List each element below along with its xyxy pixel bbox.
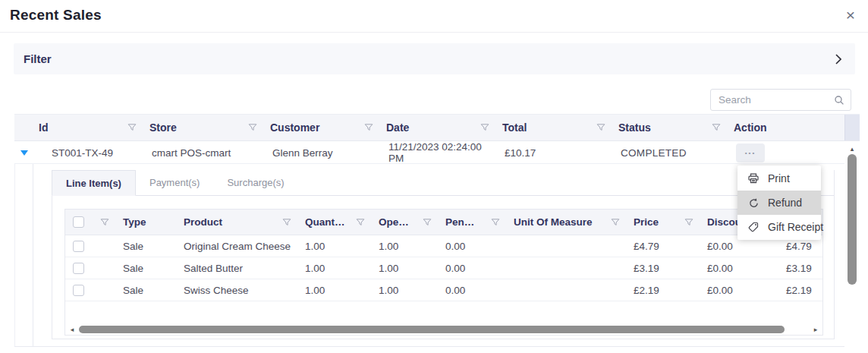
search-icon[interactable] xyxy=(834,95,844,106)
filter-icon[interactable] xyxy=(282,218,291,227)
gift-receipt-icon xyxy=(747,221,760,233)
row-select-cell xyxy=(65,257,115,279)
menu-item-gift-receipt[interactable]: Gift Receipt xyxy=(737,215,821,239)
pending-cell: 0.00 xyxy=(438,235,506,257)
search-input[interactable] xyxy=(719,94,834,106)
scroll-left-icon[interactable]: ◂ xyxy=(68,326,76,333)
column-label: Total xyxy=(502,121,527,134)
printer-icon xyxy=(747,172,760,184)
unit-of-measure-cell xyxy=(506,279,626,301)
row-checkbox[interactable] xyxy=(73,263,84,274)
column-label: Store xyxy=(149,121,177,134)
column-header-total: Total xyxy=(497,115,613,140)
horizontal-scroll-track[interactable] xyxy=(77,326,810,333)
refund-icon xyxy=(747,197,760,209)
filter-icon[interactable] xyxy=(127,123,137,132)
sales-table: Id Store Customer Date Total Status xyxy=(14,114,860,347)
tab-payments[interactable]: Payment(s) xyxy=(136,170,213,195)
price-cell: £4.79 xyxy=(626,235,700,257)
column-header-customer: Customer xyxy=(265,115,381,140)
column-header-id: Id xyxy=(33,115,144,140)
filter-icon[interactable] xyxy=(712,123,721,132)
column-label: Unit Of Measure xyxy=(514,216,593,228)
action-menu: Print Refund Gift Receipt xyxy=(737,165,821,240)
page-title: Recent Sales xyxy=(10,7,102,24)
filter-bar[interactable]: Filter xyxy=(14,43,855,74)
row-checkbox[interactable] xyxy=(73,285,84,296)
filter-icon[interactable] xyxy=(480,123,489,132)
product-cell: Original Cream Cheese xyxy=(176,235,297,257)
filter-icon[interactable] xyxy=(248,123,257,132)
table-filler xyxy=(65,301,822,324)
sale-customer-cell: Glenn Berray xyxy=(265,141,381,164)
menu-item-label: Gift Receipt xyxy=(768,221,823,233)
price-cell: £3.19 xyxy=(626,257,700,279)
sale-row: ST001-TX-49 cmart POS-cmart Glenn Berray… xyxy=(14,141,860,164)
filter-icon[interactable] xyxy=(364,123,373,132)
detail-cell: Line Item(s) Payment(s) Surcharge(s) xyxy=(33,164,844,346)
menu-item-label: Print xyxy=(768,172,790,184)
chevron-right-icon[interactable] xyxy=(835,54,841,65)
line-items-header: Type Product Quant… Ope… xyxy=(65,210,822,235)
line-item-row: Sale Swiss Cheese 1.00 1.00 0.00 £2.19 £… xyxy=(65,279,822,301)
filter-icon[interactable] xyxy=(423,218,432,227)
filter-icon[interactable] xyxy=(356,218,365,227)
filter-icon[interactable] xyxy=(611,218,620,227)
column-header-action: Action xyxy=(728,115,844,140)
menu-item-label: Refund xyxy=(768,197,802,209)
close-icon[interactable]: × xyxy=(846,6,855,24)
column-label: Customer xyxy=(270,121,319,134)
type-cell: Sale xyxy=(115,279,176,301)
vertical-scroll-thumb[interactable] xyxy=(848,154,857,285)
detail-gutter xyxy=(14,164,33,346)
tab-surcharges[interactable]: Surcharge(s) xyxy=(213,170,297,195)
menu-item-refund[interactable]: Refund xyxy=(737,191,821,215)
sale-id-cell: ST001-TX-49 xyxy=(33,141,144,164)
product-cell: Salted Butter xyxy=(176,257,297,279)
filter-icon[interactable] xyxy=(491,218,500,227)
column-header-quantity: Quant… xyxy=(297,210,371,235)
column-label: Product xyxy=(184,216,222,228)
filter-label: Filter xyxy=(24,52,52,65)
column-label: Pen… xyxy=(445,216,474,228)
open-cell: 1.00 xyxy=(371,235,438,257)
row-select-cell xyxy=(65,235,115,257)
recent-sales-modal: Recent Sales × Filter Id Store xyxy=(0,0,868,353)
row-checkbox[interactable] xyxy=(73,241,84,252)
open-cell: 1.00 xyxy=(371,279,438,301)
filter-icon[interactable] xyxy=(684,218,693,227)
quantity-cell: 1.00 xyxy=(297,257,371,279)
column-label: Action xyxy=(734,121,767,134)
open-cell: 1.00 xyxy=(371,257,438,279)
action-ellipsis-button[interactable]: ••• xyxy=(736,143,765,162)
sale-action-cell: ••• xyxy=(728,141,844,164)
filter-icon[interactable] xyxy=(100,218,109,227)
line-item-row: Sale Original Cream Cheese 1.00 1.00 0.0… xyxy=(65,235,822,257)
tab-line-items[interactable]: Line Item(s) xyxy=(52,170,136,196)
horizontal-scroll-thumb[interactable] xyxy=(79,326,785,333)
menu-item-print[interactable]: Print xyxy=(737,166,821,191)
column-label: Quant… xyxy=(305,216,345,228)
sale-store-cell: cmart POS-cmart xyxy=(144,141,265,164)
select-all-cell xyxy=(65,210,115,235)
sale-total-cell: £10.17 xyxy=(497,141,613,164)
line-items-table: Type Product Quant… Ope… xyxy=(64,209,823,336)
unit-of-measure-cell xyxy=(506,235,626,257)
column-label: Status xyxy=(618,121,651,134)
pending-cell: 0.00 xyxy=(438,279,506,301)
modal-header: Recent Sales × xyxy=(0,0,868,33)
detail-tab-panel: Line Item(s) Payment(s) Surcharge(s) xyxy=(52,170,835,339)
select-all-checkbox[interactable] xyxy=(73,216,84,228)
filter-icon[interactable] xyxy=(596,123,605,132)
scroll-right-icon[interactable]: ▸ xyxy=(812,326,819,333)
row-expander[interactable] xyxy=(14,141,33,164)
header-spacer xyxy=(14,115,33,140)
scroll-up-icon[interactable]: ▴ xyxy=(844,145,860,153)
line-item-row: Sale Salted Butter 1.00 1.00 0.00 £3.19 … xyxy=(65,257,822,279)
status-badge: COMPLETED xyxy=(613,141,728,164)
detail-tabs: Line Item(s) Payment(s) Surcharge(s) xyxy=(52,170,834,196)
row-select-cell xyxy=(65,279,115,301)
horizontal-scrollbar: ◂ ▸ xyxy=(65,324,822,335)
quantity-cell: 1.00 xyxy=(297,279,371,301)
unit-of-measure-cell xyxy=(506,257,626,279)
